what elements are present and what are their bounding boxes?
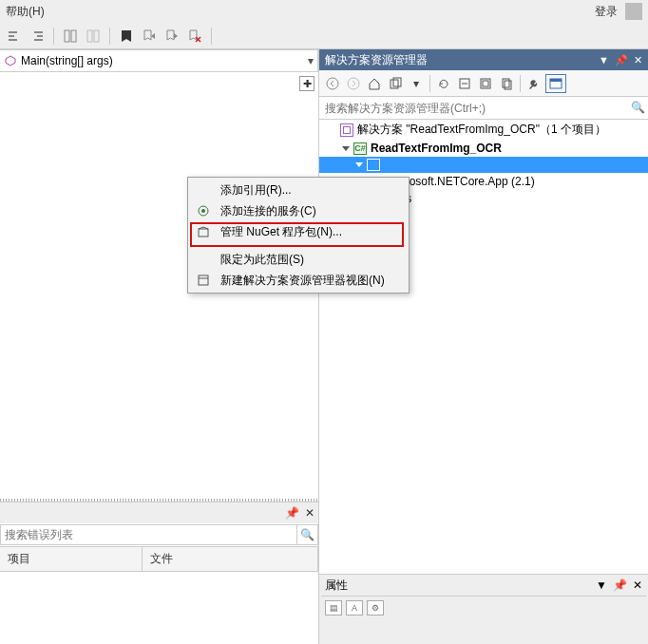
menu-scope[interactable]: 限定为此范围(S)	[190, 249, 407, 270]
bookmark-icon[interactable]	[118, 28, 135, 45]
dropdown-icon[interactable]: ▼	[596, 578, 607, 592]
solution-toolbar: ▾	[319, 70, 648, 97]
project-label: ReadTextFromImg_OCR	[371, 142, 502, 155]
expander-icon[interactable]	[355, 162, 363, 167]
menu-manage-nuget[interactable]: 管理 NuGet 程序包(N)...	[190, 221, 407, 242]
error-search-input[interactable]	[0, 524, 297, 545]
panel-title: 解决方案资源管理器	[325, 52, 428, 68]
svg-rect-9	[94, 30, 99, 42]
svg-rect-15	[393, 78, 401, 86]
separator	[109, 28, 110, 45]
svg-rect-5	[34, 39, 43, 41]
csproj-icon: C#	[353, 142, 367, 155]
method-icon	[4, 54, 17, 67]
code-nav-bar[interactable]: Main(string[] args) ▾	[0, 49, 318, 72]
svg-rect-14	[391, 80, 398, 88]
chevron-down-icon[interactable]: ▾	[308, 54, 314, 67]
dependency-label: icrosoft.NETCore.App (2.1)	[397, 175, 535, 188]
separator	[53, 28, 54, 45]
svg-rect-8	[87, 30, 92, 42]
tree-row-selected[interactable]	[319, 157, 648, 173]
tree-row-project[interactable]: C# ReadTextFromImg_OCR	[319, 140, 648, 157]
bookmark-next-icon[interactable]	[163, 28, 181, 45]
expander-icon[interactable]	[342, 146, 350, 151]
svg-point-12	[327, 78, 338, 89]
copy-icon[interactable]	[497, 74, 516, 93]
properties-title: 属性	[325, 578, 348, 594]
properties-panel: 属性 ▼ 📌 ✕ ▤ A ⚙	[319, 574, 648, 644]
chevron-down-icon[interactable]: ▾	[407, 74, 426, 93]
menu-bar: 帮助(H) 登录	[0, 0, 648, 23]
wrench-icon[interactable]	[524, 74, 543, 93]
forward-icon[interactable]	[344, 74, 363, 93]
solution-icon	[340, 123, 353, 137]
solution-search-input[interactable]	[319, 97, 627, 119]
user-avatar-icon[interactable]	[625, 3, 642, 20]
context-menu: 添加引用(R)... 添加连接的服务(C) 管理 NuGet 程序包(N)...…	[187, 177, 410, 294]
svg-rect-3	[34, 31, 43, 33]
svg-rect-19	[483, 81, 488, 86]
menu-add-service[interactable]: 添加连接的服务(C)	[190, 200, 407, 221]
svg-rect-23	[550, 79, 562, 82]
column-file[interactable]: 文件	[143, 547, 318, 571]
collapse-icon[interactable]	[455, 74, 474, 93]
uncomment-icon[interactable]	[85, 28, 102, 45]
svg-rect-6	[65, 30, 69, 42]
refresh-icon[interactable]	[434, 74, 453, 93]
help-menu[interactable]: 帮助(H)	[6, 4, 45, 20]
svg-rect-27	[199, 275, 208, 285]
svg-rect-7	[71, 30, 76, 42]
bookmark-prev-icon[interactable]	[141, 28, 158, 45]
menu-new-view[interactable]: 新建解决方案资源管理器视图(N)	[190, 270, 407, 291]
nuget-icon	[194, 225, 213, 238]
svg-point-13	[348, 78, 359, 89]
svg-rect-20	[503, 79, 509, 87]
svg-rect-26	[199, 229, 208, 237]
split-toggle-icon[interactable]: ✚	[299, 76, 314, 91]
svg-rect-2	[9, 39, 17, 41]
main-toolbar	[0, 23, 648, 49]
props-extra-icon[interactable]: ⚙	[367, 600, 384, 616]
comment-icon[interactable]	[62, 28, 79, 45]
menu-add-reference[interactable]: 添加引用(R)...	[190, 180, 407, 200]
solution-explorer: 解决方案资源管理器 ▼ 📌 ✕ ▾ 🔍	[319, 49, 648, 644]
svg-rect-21	[505, 81, 511, 89]
categorize-icon[interactable]: ▤	[325, 600, 342, 616]
indent-in-icon[interactable]	[29, 28, 46, 45]
svg-point-25	[201, 209, 205, 213]
svg-rect-0	[9, 31, 17, 33]
service-icon	[194, 204, 213, 218]
home-icon[interactable]	[365, 74, 384, 93]
pin-icon[interactable]: 📌	[615, 54, 628, 66]
pin-icon[interactable]: 📌	[285, 506, 299, 520]
login-link[interactable]: 登录	[595, 4, 618, 20]
close-icon[interactable]: ✕	[305, 506, 314, 520]
column-project[interactable]: 项目	[0, 547, 143, 571]
search-icon[interactable]: 🔍	[297, 524, 318, 545]
close-icon[interactable]: ✕	[634, 54, 642, 66]
dropdown-icon[interactable]: ▼	[599, 54, 609, 66]
tree-row-solution[interactable]: 解决方案 "ReadTextFromImg_OCR"（1 个项目）	[319, 120, 648, 140]
error-list-panel: 📌 ✕ 🔍 项目 文件	[0, 502, 318, 644]
solution-explorer-title-bar[interactable]: 解决方案资源管理器 ▼ 📌 ✕	[319, 49, 648, 70]
indent-out-icon[interactable]	[6, 28, 23, 45]
method-name: Main(string[] args)	[21, 54, 113, 67]
separator	[211, 28, 212, 45]
preview-toggle-icon[interactable]	[545, 74, 566, 93]
solution-search: 🔍	[319, 97, 648, 120]
close-icon[interactable]: ✕	[633, 578, 642, 592]
menu-separator	[192, 245, 405, 246]
node-icon	[367, 159, 380, 171]
search-icon[interactable]: 🔍	[627, 97, 648, 118]
showall-icon[interactable]	[476, 74, 495, 93]
bookmark-clear-icon[interactable]	[186, 28, 203, 45]
solution-label: 解决方案 "ReadTextFromImg_OCR"（1 个项目）	[357, 122, 606, 138]
back-icon[interactable]	[323, 74, 342, 93]
error-table: 项目 文件	[0, 546, 318, 644]
svg-rect-4	[37, 35, 43, 37]
svg-rect-1	[9, 35, 14, 37]
pin-icon[interactable]: 📌	[613, 578, 627, 592]
alphabetize-icon[interactable]: A	[346, 600, 363, 616]
sync-icon[interactable]	[386, 74, 405, 93]
editor-pane: Main(string[] args) ▾ ✚ 📌 ✕ 🔍 项目 文件	[0, 49, 319, 644]
